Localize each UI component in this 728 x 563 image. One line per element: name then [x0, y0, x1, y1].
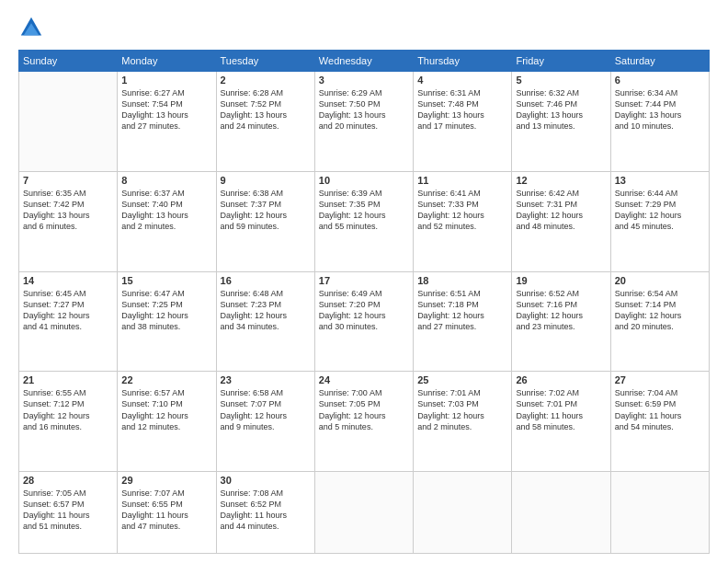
day-number: 24 — [319, 374, 409, 385]
day-number: 2 — [221, 75, 311, 86]
day-number: 11 — [417, 175, 507, 186]
day-info: Sunrise: 7:07 AM Sunset: 6:55 PM Dayligh… — [121, 488, 211, 533]
calendar-cell: 1Sunrise: 6:27 AM Sunset: 7:54 PM Daylig… — [118, 72, 216, 172]
day-info: Sunrise: 6:49 AM Sunset: 7:20 PM Dayligh… — [319, 288, 409, 333]
calendar-cell — [610, 472, 709, 554]
calendar-cell: 5Sunrise: 6:32 AM Sunset: 7:46 PM Daylig… — [512, 72, 610, 172]
day-info: Sunrise: 7:02 AM Sunset: 7:01 PM Dayligh… — [516, 387, 606, 432]
day-number: 10 — [319, 175, 409, 186]
day-info: Sunrise: 6:28 AM Sunset: 7:52 PM Dayligh… — [221, 87, 311, 132]
day-number: 27 — [615, 374, 705, 385]
weekday-header-tuesday: Tuesday — [216, 51, 314, 72]
day-info: Sunrise: 6:57 AM Sunset: 7:10 PM Dayligh… — [121, 387, 211, 432]
calendar-cell: 14Sunrise: 6:45 AM Sunset: 7:27 PM Dayli… — [19, 271, 118, 372]
calendar-cell: 22Sunrise: 6:57 AM Sunset: 7:10 PM Dayli… — [118, 372, 216, 472]
calendar-cell — [314, 472, 413, 554]
day-number: 13 — [615, 175, 705, 186]
calendar-table: SundayMondayTuesdayWednesdayThursdayFrid… — [18, 50, 710, 554]
calendar-cell: 16Sunrise: 6:48 AM Sunset: 7:23 PM Dayli… — [216, 271, 314, 372]
day-number: 19 — [516, 275, 606, 286]
day-number: 23 — [221, 374, 311, 385]
calendar-cell — [19, 72, 118, 172]
calendar-cell: 7Sunrise: 6:35 AM Sunset: 7:42 PM Daylig… — [19, 171, 118, 271]
day-info: Sunrise: 6:32 AM Sunset: 7:46 PM Dayligh… — [516, 87, 606, 132]
day-number: 8 — [121, 175, 211, 186]
calendar-cell: 29Sunrise: 7:07 AM Sunset: 6:55 PM Dayli… — [118, 472, 216, 554]
calendar-cell: 15Sunrise: 6:47 AM Sunset: 7:25 PM Dayli… — [118, 271, 216, 372]
day-info: Sunrise: 6:44 AM Sunset: 7:29 PM Dayligh… — [615, 188, 705, 233]
day-number: 26 — [516, 374, 606, 385]
day-info: Sunrise: 7:00 AM Sunset: 7:05 PM Dayligh… — [319, 387, 409, 432]
day-number: 16 — [221, 275, 311, 286]
calendar-cell: 23Sunrise: 6:58 AM Sunset: 7:07 PM Dayli… — [216, 372, 314, 472]
logo — [18, 15, 48, 40]
calendar-cell — [512, 472, 610, 554]
day-info: Sunrise: 6:54 AM Sunset: 7:14 PM Dayligh… — [615, 288, 705, 333]
calendar-cell: 18Sunrise: 6:51 AM Sunset: 7:18 PM Dayli… — [414, 271, 512, 372]
calendar-cell: 21Sunrise: 6:55 AM Sunset: 7:12 PM Dayli… — [19, 372, 118, 472]
day-number: 4 — [417, 75, 507, 86]
weekday-header-thursday: Thursday — [414, 51, 512, 72]
calendar-cell: 10Sunrise: 6:39 AM Sunset: 7:35 PM Dayli… — [314, 171, 413, 271]
day-info: Sunrise: 7:05 AM Sunset: 6:57 PM Dayligh… — [23, 488, 113, 533]
calendar-cell: 20Sunrise: 6:54 AM Sunset: 7:14 PM Dayli… — [610, 271, 709, 372]
weekday-header-saturday: Saturday — [610, 51, 709, 72]
weekday-header-sunday: Sunday — [19, 51, 118, 72]
day-number: 28 — [23, 475, 113, 486]
calendar-cell: 13Sunrise: 6:44 AM Sunset: 7:29 PM Dayli… — [610, 171, 709, 271]
day-number: 18 — [417, 275, 507, 286]
day-info: Sunrise: 6:47 AM Sunset: 7:25 PM Dayligh… — [121, 288, 211, 333]
day-info: Sunrise: 6:58 AM Sunset: 7:07 PM Dayligh… — [221, 387, 311, 432]
calendar-cell: 27Sunrise: 7:04 AM Sunset: 6:59 PM Dayli… — [610, 372, 709, 472]
calendar-cell: 11Sunrise: 6:41 AM Sunset: 7:33 PM Dayli… — [414, 171, 512, 271]
calendar-cell: 30Sunrise: 7:08 AM Sunset: 6:52 PM Dayli… — [216, 472, 314, 554]
day-info: Sunrise: 7:04 AM Sunset: 6:59 PM Dayligh… — [615, 387, 705, 432]
calendar-cell: 2Sunrise: 6:28 AM Sunset: 7:52 PM Daylig… — [216, 72, 314, 172]
calendar-cell: 12Sunrise: 6:42 AM Sunset: 7:31 PM Dayli… — [512, 171, 610, 271]
day-number: 21 — [23, 374, 113, 385]
day-info: Sunrise: 6:38 AM Sunset: 7:37 PM Dayligh… — [221, 188, 311, 233]
day-number: 25 — [417, 374, 507, 385]
weekday-header-wednesday: Wednesday — [314, 51, 413, 72]
day-number: 5 — [516, 75, 606, 86]
weekday-header-friday: Friday — [512, 51, 610, 72]
day-info: Sunrise: 6:34 AM Sunset: 7:44 PM Dayligh… — [615, 87, 705, 132]
day-number: 9 — [221, 175, 311, 186]
day-info: Sunrise: 6:35 AM Sunset: 7:42 PM Dayligh… — [23, 188, 113, 233]
calendar-cell: 3Sunrise: 6:29 AM Sunset: 7:50 PM Daylig… — [314, 72, 413, 172]
day-info: Sunrise: 6:27 AM Sunset: 7:54 PM Dayligh… — [121, 87, 211, 132]
calendar-cell: 6Sunrise: 6:34 AM Sunset: 7:44 PM Daylig… — [610, 72, 709, 172]
day-info: Sunrise: 6:39 AM Sunset: 7:35 PM Dayligh… — [319, 188, 409, 233]
day-info: Sunrise: 6:45 AM Sunset: 7:27 PM Dayligh… — [23, 288, 113, 333]
calendar-cell: 9Sunrise: 6:38 AM Sunset: 7:37 PM Daylig… — [216, 171, 314, 271]
calendar-cell: 19Sunrise: 6:52 AM Sunset: 7:16 PM Dayli… — [512, 271, 610, 372]
day-number: 20 — [615, 275, 705, 286]
day-number: 29 — [121, 475, 211, 486]
day-info: Sunrise: 6:37 AM Sunset: 7:40 PM Dayligh… — [121, 188, 211, 233]
day-info: Sunrise: 7:01 AM Sunset: 7:03 PM Dayligh… — [417, 387, 507, 432]
calendar-cell: 17Sunrise: 6:49 AM Sunset: 7:20 PM Dayli… — [314, 271, 413, 372]
day-number: 22 — [121, 374, 211, 385]
day-info: Sunrise: 6:31 AM Sunset: 7:48 PM Dayligh… — [417, 87, 507, 132]
day-info: Sunrise: 6:55 AM Sunset: 7:12 PM Dayligh… — [23, 387, 113, 432]
day-number: 1 — [121, 75, 211, 86]
day-info: Sunrise: 6:41 AM Sunset: 7:33 PM Dayligh… — [417, 188, 507, 233]
day-info: Sunrise: 6:42 AM Sunset: 7:31 PM Dayligh… — [516, 188, 606, 233]
calendar-cell: 8Sunrise: 6:37 AM Sunset: 7:40 PM Daylig… — [118, 171, 216, 271]
weekday-header-monday: Monday — [118, 51, 216, 72]
calendar-cell: 24Sunrise: 7:00 AM Sunset: 7:05 PM Dayli… — [314, 372, 413, 472]
day-info: Sunrise: 6:48 AM Sunset: 7:23 PM Dayligh… — [221, 288, 311, 333]
day-number: 14 — [23, 275, 113, 286]
day-number: 12 — [516, 175, 606, 186]
calendar-cell: 4Sunrise: 6:31 AM Sunset: 7:48 PM Daylig… — [414, 72, 512, 172]
day-number: 15 — [121, 275, 211, 286]
day-info: Sunrise: 6:51 AM Sunset: 7:18 PM Dayligh… — [417, 288, 507, 333]
day-info: Sunrise: 6:52 AM Sunset: 7:16 PM Dayligh… — [516, 288, 606, 333]
day-info: Sunrise: 7:08 AM Sunset: 6:52 PM Dayligh… — [221, 488, 311, 533]
calendar-cell — [414, 472, 512, 554]
calendar-cell: 26Sunrise: 7:02 AM Sunset: 7:01 PM Dayli… — [512, 372, 610, 472]
day-number: 7 — [23, 175, 113, 186]
calendar-cell: 28Sunrise: 7:05 AM Sunset: 6:57 PM Dayli… — [19, 472, 118, 554]
day-info: Sunrise: 6:29 AM Sunset: 7:50 PM Dayligh… — [319, 87, 409, 132]
day-number: 17 — [319, 275, 409, 286]
